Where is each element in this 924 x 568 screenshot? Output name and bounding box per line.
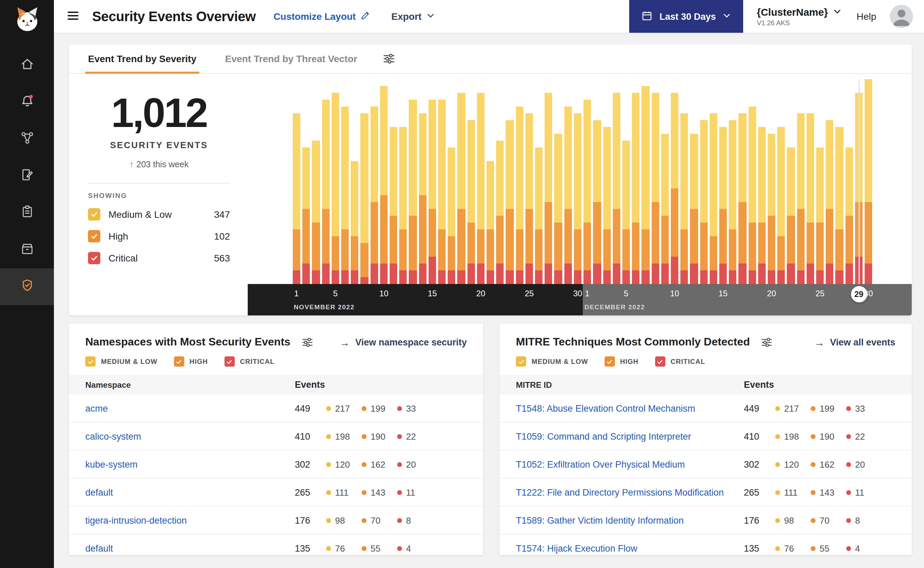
chart-bar[interactable] bbox=[671, 93, 678, 284]
chart-bar[interactable] bbox=[836, 127, 843, 284]
chart-bar[interactable] bbox=[661, 134, 668, 284]
chart-bar[interactable] bbox=[545, 93, 552, 284]
calico-logo[interactable] bbox=[12, 5, 42, 38]
row-name-link[interactable]: default bbox=[85, 487, 295, 497]
chart-bar[interactable] bbox=[448, 148, 455, 284]
chart-bar[interactable] bbox=[293, 113, 300, 284]
sidebar-item-compliance[interactable] bbox=[0, 195, 54, 231]
sidebar-item-home[interactable] bbox=[0, 47, 54, 84]
chart-bar[interactable] bbox=[506, 120, 514, 284]
chart-bar[interactable] bbox=[651, 93, 659, 284]
sidebar-item-service-graph[interactable] bbox=[0, 121, 54, 158]
chart-bar[interactable] bbox=[758, 127, 766, 284]
row-name-link[interactable]: T1548: Abuse Elevation Control Mechanism bbox=[516, 403, 744, 413]
chart-bar[interactable] bbox=[690, 134, 698, 284]
chart-bar[interactable] bbox=[593, 120, 601, 284]
tab-event-trend-by-severity[interactable]: Event Trend by Severity bbox=[85, 44, 199, 73]
row-name-link[interactable]: calico-system bbox=[85, 431, 295, 441]
row-name-link[interactable]: T1059: Command and Scripting Interpreter bbox=[516, 431, 744, 441]
chart-bar[interactable] bbox=[341, 107, 349, 284]
sidebar-item-security-events[interactable] bbox=[0, 268, 54, 305]
checkbox-medium_low[interactable] bbox=[88, 208, 100, 221]
chart-bar[interactable] bbox=[777, 127, 785, 284]
chart-bar[interactable] bbox=[826, 120, 833, 284]
chart-bar[interactable] bbox=[555, 134, 562, 284]
sidebar-item-policies[interactable] bbox=[0, 158, 54, 195]
severity-filter-medium_low[interactable]: MEDIUM & LOW bbox=[516, 357, 588, 367]
chart-bar[interactable] bbox=[399, 127, 407, 284]
chart-bar[interactable] bbox=[797, 113, 804, 284]
date-range-button[interactable]: Last 30 Days bbox=[630, 0, 743, 33]
chart-bar[interactable] bbox=[806, 113, 814, 284]
table-settings-icon[interactable] bbox=[761, 336, 772, 348]
chart-bar[interactable] bbox=[370, 107, 378, 284]
chart-bar[interactable] bbox=[574, 113, 582, 284]
chart-bar[interactable] bbox=[845, 148, 853, 284]
chart-bar[interactable] bbox=[312, 140, 320, 284]
view-namespace-security-link[interactable]: → View namespace security bbox=[339, 336, 467, 348]
checkbox-critical[interactable] bbox=[88, 252, 100, 264]
chart-bar[interactable] bbox=[526, 113, 533, 284]
chart-bar[interactable] bbox=[603, 127, 610, 284]
view-all-events-link[interactable]: → View all events bbox=[814, 336, 895, 348]
chart-bar[interactable] bbox=[496, 140, 504, 284]
chart-bar[interactable] bbox=[748, 107, 756, 284]
checkbox-critical[interactable] bbox=[655, 357, 665, 367]
chart-bar[interactable] bbox=[816, 148, 824, 284]
chart-bar[interactable] bbox=[302, 148, 310, 284]
chart-bar[interactable] bbox=[409, 100, 417, 284]
chart-bar[interactable] bbox=[487, 161, 494, 284]
checkbox-medium_low[interactable] bbox=[85, 357, 95, 367]
chart-bar[interactable] bbox=[612, 93, 620, 284]
row-name-link[interactable]: T1222: File and Directory Permissions Mo… bbox=[516, 487, 744, 497]
severity-filter-medium_low[interactable]: MEDIUM & LOW bbox=[85, 357, 157, 367]
chart-bar[interactable] bbox=[380, 86, 387, 284]
chart-bar[interactable] bbox=[332, 93, 339, 284]
row-name-link[interactable]: T1589: Gather Victim Identity Informatio… bbox=[516, 515, 744, 525]
table-settings-icon[interactable] bbox=[301, 336, 313, 348]
chart-bar[interactable] bbox=[428, 100, 436, 284]
selected-day-badge[interactable]: 29 bbox=[851, 286, 867, 302]
severity-filter-critical[interactable]: CRITICAL bbox=[655, 357, 705, 367]
chart-bar[interactable] bbox=[467, 120, 475, 284]
chart-bar[interactable] bbox=[700, 120, 707, 284]
chart-bar[interactable] bbox=[768, 134, 775, 284]
chart-bar[interactable] bbox=[787, 148, 795, 284]
chart-bar[interactable] bbox=[419, 113, 426, 284]
checkbox-high[interactable] bbox=[604, 357, 615, 367]
sidebar-item-apps[interactable] bbox=[0, 231, 54, 268]
chart-bar[interactable] bbox=[322, 100, 329, 284]
export-menu[interactable]: Export bbox=[391, 11, 435, 22]
chart-bar[interactable] bbox=[623, 140, 630, 284]
menu-toggle-button[interactable] bbox=[63, 6, 83, 27]
row-name-link[interactable]: T1574: Hijack Execution Flow bbox=[516, 543, 744, 553]
chart-settings-icon[interactable] bbox=[383, 53, 395, 65]
row-name-link[interactable]: default bbox=[85, 543, 295, 553]
chart-bar[interactable] bbox=[564, 107, 571, 284]
chart-bar[interactable] bbox=[583, 100, 591, 284]
row-name-link[interactable]: kube-system bbox=[85, 459, 295, 469]
checkbox-medium_low[interactable] bbox=[516, 357, 526, 367]
checkbox-critical[interactable] bbox=[224, 357, 234, 367]
chart-bar[interactable] bbox=[361, 113, 368, 284]
checkbox-high[interactable] bbox=[174, 357, 184, 367]
chart-bar[interactable] bbox=[739, 113, 746, 284]
severity-filter-high[interactable]: HIGH bbox=[604, 357, 638, 367]
chart-bar[interactable] bbox=[642, 86, 649, 284]
chart-bar[interactable] bbox=[351, 161, 358, 284]
severity-filter-high[interactable]: HIGH bbox=[174, 357, 208, 367]
tab-event-trend-by-threat-vector[interactable]: Event Trend by Threat Vector bbox=[222, 44, 360, 73]
chart-bar[interactable] bbox=[438, 100, 446, 284]
chart-bar[interactable] bbox=[709, 113, 717, 284]
chart-bar[interactable] bbox=[865, 79, 872, 284]
chart-bar[interactable] bbox=[458, 93, 465, 284]
chart-bar[interactable] bbox=[390, 127, 397, 284]
help-link[interactable]: Help bbox=[856, 11, 876, 22]
row-name-link[interactable]: acme bbox=[85, 403, 295, 413]
sidebar-item-alerts[interactable] bbox=[0, 84, 54, 121]
checkbox-high[interactable] bbox=[88, 230, 100, 242]
customize-layout-link[interactable]: Customize Layout bbox=[274, 10, 371, 23]
chart-bar[interactable] bbox=[729, 120, 736, 284]
severity-filter-critical[interactable]: CRITICAL bbox=[224, 357, 274, 367]
user-avatar[interactable] bbox=[890, 5, 913, 28]
